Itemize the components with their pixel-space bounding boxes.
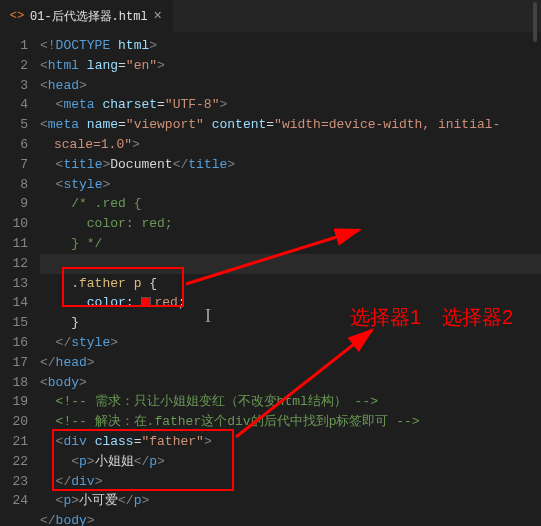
line-number: 4 <box>0 95 28 115</box>
code-line: <meta name="viewport" content="width=dev… <box>40 115 541 155</box>
line-number: 6 <box>0 135 28 155</box>
line-number: 12 <box>0 254 28 274</box>
code-line: <style> <box>40 175 541 195</box>
editor-area[interactable]: 1 2 3 4 5 6 7 8 9 10 11 12 13 14 15 16 1… <box>0 32 541 526</box>
tab-bar: <> 01-后代选择器.html × <box>0 0 541 32</box>
line-number: 18 <box>0 373 28 393</box>
line-number: 3 <box>0 76 28 96</box>
line-number: 7 <box>0 155 28 175</box>
line-number-gutter: 1 2 3 4 5 6 7 8 9 10 11 12 13 14 15 16 1… <box>0 32 40 526</box>
code-line <box>40 254 541 274</box>
code-line: <title>Document</title> <box>40 155 541 175</box>
editor-tab[interactable]: <> 01-后代选择器.html × <box>0 0 173 32</box>
color-swatch-icon <box>141 297 151 307</box>
code-line: <html lang="en"> <box>40 56 541 76</box>
line-number: 11 <box>0 234 28 254</box>
line-number: 9 <box>0 194 28 214</box>
code-line: /* .red { <box>40 194 541 214</box>
line-number: 1 <box>0 36 28 56</box>
code-line: color: red; <box>40 214 541 234</box>
code-line: </head> <box>40 353 541 373</box>
code-line: } <box>40 313 541 333</box>
line-number: 2 <box>0 56 28 76</box>
code-line: <meta charset="UTF-8"> <box>40 95 541 115</box>
code-content[interactable]: <!DOCTYPE html> <html lang="en"> <head> … <box>40 32 541 526</box>
code-line: </div> <box>40 472 541 492</box>
line-number: 23 <box>0 472 28 492</box>
close-icon[interactable]: × <box>154 9 162 23</box>
code-line: .father p { <box>40 274 541 294</box>
code-line: <div class="father"> <box>40 432 541 452</box>
code-line: <p>小可爱</p> <box>40 491 541 511</box>
line-number: 19 <box>0 392 28 412</box>
line-number: 17 <box>0 353 28 373</box>
line-number: 13 <box>0 274 28 294</box>
line-number: 8 <box>0 175 28 195</box>
line-number: 5 <box>0 115 28 135</box>
code-line: </body> <box>40 511 541 526</box>
line-number: 24 <box>0 491 28 511</box>
code-line: <body> <box>40 373 541 393</box>
code-line: <head> <box>40 76 541 96</box>
line-number: 21 <box>0 432 28 452</box>
code-line: <!DOCTYPE html> <box>40 36 541 56</box>
line-number: 10 <box>0 214 28 234</box>
line-number: 16 <box>0 333 28 353</box>
code-line: color: red; <box>40 293 541 313</box>
line-number: 22 <box>0 452 28 472</box>
tab-title: 01-后代选择器.html <box>30 8 148 25</box>
code-line: } */ <box>40 234 541 254</box>
line-number: 15 <box>0 313 28 333</box>
code-line: <p>小姐姐</p> <box>40 452 541 472</box>
code-line: <!-- 需求：只让小姐姐变红（不改变html结构） --> <box>40 392 541 412</box>
code-line: <!-- 解决：在.father这个div的后代中找到p标签即可 --> <box>40 412 541 432</box>
line-number: 20 <box>0 412 28 432</box>
line-number: 14 <box>0 293 28 313</box>
html-file-icon: <> <box>10 9 24 23</box>
code-line: </style> <box>40 333 541 353</box>
